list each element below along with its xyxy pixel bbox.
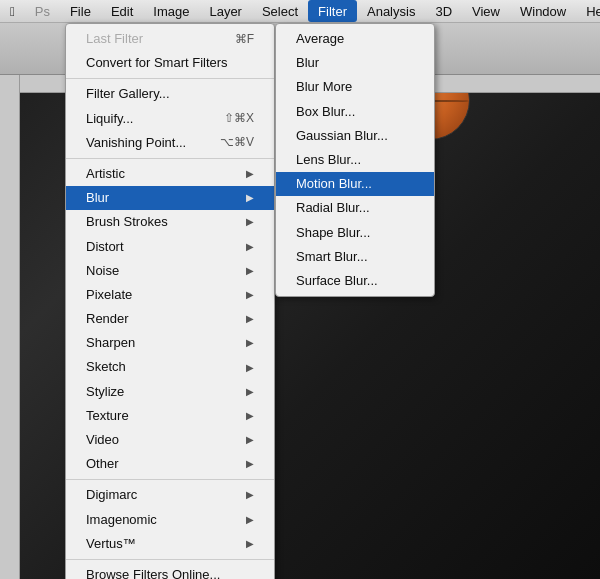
menubar-filter[interactable]: Filter <box>308 0 357 22</box>
filter-brush-strokes[interactable]: Brush Strokes ▶ <box>66 210 274 234</box>
filter-distort[interactable]: Distort ▶ <box>66 235 274 259</box>
filter-blur[interactable]: Blur ▶ <box>66 186 274 210</box>
filter-sketch[interactable]: Sketch ▶ <box>66 355 274 379</box>
separator-4 <box>66 559 274 560</box>
blur-gaussian[interactable]: Gaussian Blur... <box>276 124 434 148</box>
filter-menu: Last Filter ⌘F Convert for Smart Filters… <box>65 23 275 579</box>
filter-artistic[interactable]: Artistic ▶ <box>66 162 274 186</box>
blur-blur[interactable]: Blur <box>276 51 434 75</box>
menubar-3d[interactable]: 3D <box>425 0 462 22</box>
blur-blur-more[interactable]: Blur More <box>276 75 434 99</box>
filter-render[interactable]: Render ▶ <box>66 307 274 331</box>
menubar-image[interactable]: Image <box>143 0 199 22</box>
blur-radial[interactable]: Radial Blur... <box>276 196 434 220</box>
blur-box[interactable]: Box Blur... <box>276 100 434 124</box>
filter-stylize[interactable]: Stylize ▶ <box>66 380 274 404</box>
filter-other[interactable]: Other ▶ <box>66 452 274 476</box>
menubar-view[interactable]: View <box>462 0 510 22</box>
separator-3 <box>66 479 274 480</box>
filter-vertus[interactable]: Vertus™ ▶ <box>66 532 274 556</box>
filter-noise[interactable]: Noise ▶ <box>66 259 274 283</box>
filter-last-filter[interactable]: Last Filter ⌘F <box>66 27 274 51</box>
menu-bar:  Ps File Edit Image Layer Select Filter… <box>0 0 600 23</box>
blur-submenu: Average Blur Blur More Box Blur... Gauss… <box>275 23 435 297</box>
separator-1 <box>66 78 274 79</box>
menubar-layer[interactable]: Layer <box>199 0 252 22</box>
filter-pixelate[interactable]: Pixelate ▶ <box>66 283 274 307</box>
filter-video[interactable]: Video ▶ <box>66 428 274 452</box>
menubar-select[interactable]: Select <box>252 0 308 22</box>
blur-smart[interactable]: Smart Blur... <box>276 245 434 269</box>
filter-browse-online[interactable]: Browse Filters Online... <box>66 563 274 579</box>
filter-digimarc[interactable]: Digimarc ▶ <box>66 483 274 507</box>
blur-shape[interactable]: Shape Blur... <box>276 221 434 245</box>
blur-surface[interactable]: Surface Blur... <box>276 269 434 293</box>
filter-liquify[interactable]: Liquify... ⇧⌘X <box>66 107 274 131</box>
filter-sharpen[interactable]: Sharpen ▶ <box>66 331 274 355</box>
filter-texture[interactable]: Texture ▶ <box>66 404 274 428</box>
blur-motion[interactable]: Motion Blur... <box>276 172 434 196</box>
blur-average[interactable]: Average <box>276 27 434 51</box>
filter-imagenomic[interactable]: Imagenomic ▶ <box>66 508 274 532</box>
separator-2 <box>66 158 274 159</box>
blur-lens[interactable]: Lens Blur... <box>276 148 434 172</box>
menubar-help[interactable]: Help <box>576 0 600 22</box>
menubar-edit[interactable]: Edit <box>101 0 143 22</box>
menubar-file[interactable]: File <box>60 0 101 22</box>
menubar-analysis[interactable]: Analysis <box>357 0 425 22</box>
filter-gallery[interactable]: Filter Gallery... <box>66 82 274 106</box>
filter-vanishing-point[interactable]: Vanishing Point... ⌥⌘V <box>66 131 274 155</box>
menubar-window[interactable]: Window <box>510 0 576 22</box>
ruler-vertical <box>0 75 20 579</box>
menubar-app[interactable]: Ps <box>25 0 60 22</box>
menubar-apple[interactable]:  <box>0 0 25 22</box>
filter-convert-smart[interactable]: Convert for Smart Filters <box>66 51 274 75</box>
